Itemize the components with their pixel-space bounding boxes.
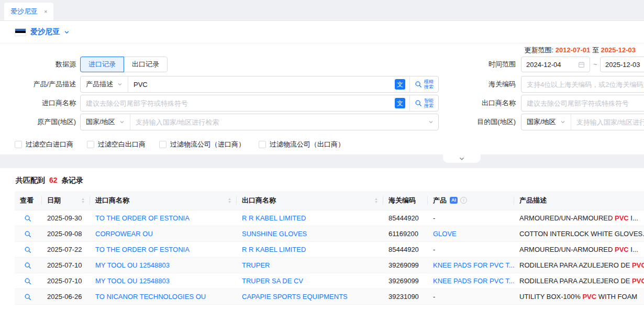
cell-description: UTILITY BOX-100% PVC WITH FOAM bbox=[514, 288, 644, 304]
product-search-group: 产品描述 文 模糊 搜索 bbox=[80, 76, 439, 93]
fuzzy-search-label-2: 搜索 bbox=[424, 84, 434, 90]
checkbox-icon[interactable] bbox=[159, 141, 166, 148]
header-exporter: 出口商名称 ▲▼ bbox=[237, 191, 383, 210]
close-icon[interactable]: × bbox=[44, 8, 47, 15]
date-to-value: 2025-12-03 bbox=[605, 61, 644, 69]
destination-country-input[interactable] bbox=[571, 114, 644, 130]
checkbox-icon[interactable] bbox=[15, 141, 22, 148]
sort-icon[interactable]: ▲▼ bbox=[81, 197, 85, 204]
ai-badge: AI bbox=[450, 197, 458, 204]
date-to-input[interactable]: 2025-12-03 bbox=[600, 57, 644, 72]
chevron-down-icon[interactable] bbox=[428, 119, 438, 125]
header-importer-label: 进口商名称 bbox=[95, 196, 129, 205]
view-record-button[interactable] bbox=[24, 277, 31, 285]
checkbox-label: 过滤物流公司（出口商） bbox=[270, 140, 345, 149]
results-panel: 共匹配到 62 条记录 查看 日期 ▲▼ 进口商名称 ▲▼ bbox=[0, 168, 644, 305]
cell-date: 2025-07-10 bbox=[42, 257, 90, 273]
sort-icon[interactable]: ▲▼ bbox=[228, 197, 231, 204]
product-type-select-value: 产品描述 bbox=[86, 80, 113, 89]
results-count: 62 bbox=[49, 176, 58, 184]
destination-country-select[interactable]: 国家/地区 bbox=[521, 114, 571, 130]
smart-search-button[interactable]: 智能 搜索 bbox=[409, 95, 438, 111]
exporter-link[interactable]: TRUPER SA DE CV bbox=[242, 277, 303, 285]
checkbox-icon[interactable] bbox=[259, 141, 266, 148]
calendar-icon[interactable] bbox=[578, 61, 585, 68]
importer-search-input[interactable] bbox=[81, 95, 395, 111]
country-name[interactable]: 爱沙尼亚 bbox=[30, 27, 60, 37]
info-icon[interactable]: i bbox=[460, 197, 467, 204]
header-date: 日期 ▲▼ bbox=[42, 191, 90, 210]
cell-hs-code: 61169200 bbox=[383, 226, 428, 241]
records-table: 查看 日期 ▲▼ 进口商名称 ▲▼ 出口商名称 ▲▼ bbox=[15, 191, 644, 305]
exporter-link[interactable]: TRUPER bbox=[242, 261, 270, 269]
translate-icon[interactable]: 文 bbox=[395, 98, 405, 108]
header-product: 产品 AI i bbox=[428, 191, 514, 210]
view-record-button[interactable] bbox=[24, 293, 31, 301]
fuzzy-search-button[interactable]: 模糊 搜索 bbox=[409, 76, 438, 92]
view-record-button[interactable] bbox=[24, 246, 31, 253]
summary-prefix: 共匹配到 bbox=[16, 176, 45, 184]
checkbox-filter-logistics-exporter[interactable]: 过滤物流公司（出口商） bbox=[259, 140, 345, 149]
view-record-button[interactable] bbox=[24, 262, 31, 269]
summary-suffix: 条记录 bbox=[61, 176, 83, 184]
product-label: 产品/产品描述 bbox=[0, 76, 76, 93]
collapse-filters-button[interactable] bbox=[443, 154, 481, 163]
smart-search-label-1: 智能 bbox=[424, 98, 434, 103]
export-records-button[interactable]: 出口记录 bbox=[124, 57, 168, 72]
import-records-button[interactable]: 进口记录 bbox=[80, 57, 124, 72]
importer-link[interactable]: TO THE ORDER OF ESTONIA bbox=[95, 214, 190, 222]
importer-link[interactable]: CORPOWEAR OU bbox=[95, 230, 153, 238]
exporter-link[interactable]: SUNSHINE GLOVES bbox=[242, 230, 307, 238]
keyword-highlight: PVC bbox=[632, 261, 644, 269]
cell-date: 2025-06-26 bbox=[42, 288, 90, 304]
tab-estonia[interactable]: 爱沙尼亚 × bbox=[4, 3, 53, 20]
checkbox-icon[interactable] bbox=[87, 141, 94, 148]
date-from-input[interactable]: 2024-12-04 bbox=[521, 57, 590, 72]
translate-icon[interactable]: 文 bbox=[395, 79, 405, 90]
origin-country-input[interactable] bbox=[130, 114, 428, 130]
exporter-search-input[interactable] bbox=[521, 95, 644, 111]
view-record-button[interactable] bbox=[24, 230, 31, 238]
product-search-input[interactable] bbox=[128, 76, 395, 92]
table-row: 2025-09-30 TO THE ORDER OF ESTONIA R R K… bbox=[15, 210, 644, 226]
header-exporter-label: 出口商名称 bbox=[242, 196, 276, 205]
hs-code-input[interactable] bbox=[521, 76, 644, 92]
checkbox-filter-logistics-importer[interactable]: 过滤物流公司（进口商） bbox=[159, 140, 245, 149]
panel-gap bbox=[0, 154, 644, 168]
importer-link[interactable]: MY TOOL OU 12548803 bbox=[95, 261, 170, 269]
product-link[interactable]: KNEE PADS FOR PVC T... bbox=[433, 261, 514, 269]
sort-icon[interactable]: ▲▼ bbox=[374, 197, 378, 204]
checkbox-label: 过滤空白进口商 bbox=[26, 140, 73, 149]
table-header-row: 查看 日期 ▲▼ 进口商名称 ▲▼ 出口商名称 ▲▼ bbox=[15, 191, 644, 210]
product-type-select[interactable]: 产品描述 bbox=[81, 76, 128, 92]
table-row: 2025-09-08 CORPOWEAR OU SUNSHINE GLOVES … bbox=[15, 226, 644, 241]
importer-link[interactable]: TO THE ORDER OF ESTONIA bbox=[95, 246, 190, 253]
importer-link[interactable]: TO NICANOR TECHNOLOGIES OU bbox=[95, 293, 206, 301]
cell-date: 2025-07-22 bbox=[42, 241, 90, 257]
cell-product: - bbox=[433, 214, 435, 222]
cell-description: COTTON INTERLOCK WHITE GLOVES... bbox=[514, 226, 644, 241]
origin-country-select[interactable]: 国家/地区 bbox=[81, 114, 130, 130]
checkbox-filter-blank-exporter[interactable]: 过滤空白出口商 bbox=[87, 140, 146, 149]
exporter-link[interactable]: CAPAPIE SPORTS EQUIPMENTS bbox=[242, 293, 348, 301]
hs-code-field bbox=[521, 76, 644, 93]
keyword-highlight: PVC bbox=[632, 277, 644, 285]
chevron-down-icon[interactable] bbox=[64, 29, 70, 35]
header-description: 产品描述 bbox=[514, 191, 644, 210]
product-link[interactable]: KNEE PADS FOR PVC T... bbox=[433, 277, 514, 285]
importer-link[interactable]: MY TOOL OU 12548803 bbox=[95, 277, 170, 285]
tab-title: 爱沙尼亚 bbox=[10, 7, 38, 16]
exporter-link[interactable]: R R KABEL LIMITED bbox=[242, 214, 306, 222]
cell-description: ARMOURED/UN-ARMOURED PVC I... bbox=[514, 210, 644, 226]
cell-hs-code: 85444920 bbox=[383, 210, 428, 226]
destination-country-select-value: 国家/地区 bbox=[527, 117, 556, 127]
exporter-link[interactable]: R R KABEL LIMITED bbox=[242, 246, 306, 253]
cell-product: - bbox=[433, 246, 435, 253]
product-link[interactable]: GLOVE bbox=[433, 230, 457, 238]
view-record-button[interactable] bbox=[24, 215, 31, 222]
keyword-highlight: PVC bbox=[615, 214, 629, 222]
checkbox-filter-blank-importer[interactable]: 过滤空白进口商 bbox=[15, 140, 73, 149]
header-importer: 进口商名称 ▲▼ bbox=[90, 191, 237, 210]
tab-bar: 爱沙尼亚 × bbox=[0, 0, 644, 21]
origin-country-label: 原产国(地区) bbox=[0, 114, 76, 130]
